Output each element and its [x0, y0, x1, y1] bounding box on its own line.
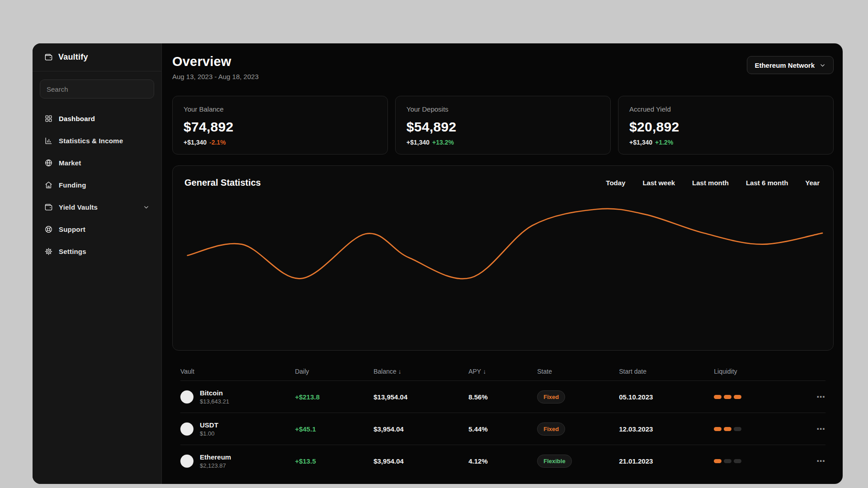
stat-delta: +$1,340+1.2% — [629, 139, 822, 146]
stat-delta-percent: +13.2% — [432, 139, 454, 146]
liquidity-indicator — [714, 395, 806, 399]
row-menu-button[interactable]: ⋯ — [806, 392, 826, 402]
sidebar-item-market[interactable]: Market — [40, 152, 154, 174]
general-statistics-panel: General Statistics Today Last week Last … — [172, 165, 834, 351]
balance-value: $13,954.04 — [373, 393, 468, 401]
sidebar-item-settings[interactable]: Settings — [40, 240, 154, 263]
main-content: Overview Aug 13, 2023 - Aug 18, 2023 Eth… — [162, 43, 843, 484]
stat-cards: Your Balance $74,892 +$1,340-2.1% Your D… — [172, 96, 834, 155]
stat-delta-amount: +$1,340 — [184, 139, 207, 146]
col-apy[interactable]: APY↓ — [468, 368, 537, 375]
balance-value: $3,954.04 — [373, 457, 468, 465]
vault-name: Bitcoin — [200, 389, 229, 397]
daily-change: +$13.5 — [295, 457, 373, 465]
vault-name: USDT — [200, 421, 218, 429]
home-icon — [44, 181, 53, 189]
sidebar: Vaultify Dashboard Statisti — [33, 43, 162, 484]
chart-filter-last-month[interactable]: Last month — [692, 179, 729, 187]
sidebar-item-label: Funding — [59, 181, 86, 189]
table-header-row: Vault Daily Balance↓ APY↓ State Start da… — [180, 362, 826, 381]
panel-title: General Statistics — [184, 178, 261, 188]
daily-change: +$213.8 — [295, 393, 373, 401]
chart-filter-today[interactable]: Today — [606, 179, 625, 187]
brand-name: Vaultify — [58, 52, 88, 62]
network-selector[interactable]: Ethereum Network — [747, 56, 834, 74]
chevron-down-icon — [143, 204, 150, 211]
col-start-date[interactable]: Start date — [619, 368, 714, 375]
sidebar-item-label: Yield Vaults — [59, 203, 98, 211]
row-menu-button[interactable]: ⋯ — [806, 424, 826, 434]
table-row-bitcoin[interactable]: Bitcoin $13,643.21 +$213.8 $13,954.04 8.… — [180, 381, 826, 413]
date-range: Aug 13, 2023 - Aug 18, 2023 — [172, 73, 259, 80]
state-badge: Fixed — [537, 422, 565, 436]
col-liquidity[interactable]: Liquidity — [714, 368, 806, 375]
sidebar-item-label: Support — [59, 225, 85, 233]
row-menu-button[interactable]: ⋯ — [806, 456, 826, 466]
sidebar-item-label: Statistics & Income — [59, 137, 123, 145]
table-row-usdt[interactable]: USDT $1.00 +$45.1 $3,954.04 5.44% Fixed … — [180, 413, 826, 445]
apy-value: 8.56% — [468, 393, 537, 401]
sidebar-item-label: Dashboard — [59, 115, 95, 122]
search-input[interactable] — [40, 80, 154, 99]
vaults-table: Vault Daily Balance↓ APY↓ State Start da… — [172, 362, 834, 477]
stat-value: $20,892 — [629, 119, 822, 135]
sidebar-item-yield-vaults[interactable]: Yield Vaults — [40, 196, 154, 218]
gear-icon — [44, 247, 53, 256]
vault-price: $2,123.87 — [200, 462, 231, 469]
network-selector-label: Ethereum Network — [755, 61, 815, 69]
stat-card-balance: Your Balance $74,892 +$1,340-2.1% — [172, 96, 388, 155]
statistics-line-chart — [173, 194, 833, 343]
sidebar-item-funding[interactable]: Funding — [40, 174, 154, 196]
bar-chart-icon — [44, 136, 53, 145]
stat-value: $74,892 — [184, 119, 377, 135]
sidebar-item-statistics-income[interactable]: Statistics & Income — [40, 130, 154, 152]
state-badge: Flexible — [537, 455, 571, 468]
sidebar-item-label: Settings — [59, 248, 86, 255]
apy-value: 4.12% — [468, 457, 537, 465]
dashboard-grid-icon — [44, 114, 53, 123]
vault-avatar — [180, 422, 193, 436]
apy-value: 5.44% — [468, 425, 537, 433]
wallet-icon — [44, 203, 53, 211]
chart-filter-last-6-month[interactable]: Last 6 month — [746, 179, 788, 187]
start-date: 21.01.2023 — [619, 457, 714, 465]
search-box — [40, 80, 154, 99]
vault-price: $1.00 — [200, 430, 218, 437]
stat-card-deposits: Your Deposits $54,892 +$1,340+13.2% — [395, 96, 611, 155]
stat-delta-percent: +1.2% — [655, 139, 673, 146]
balance-value: $3,954.04 — [373, 425, 468, 433]
col-balance[interactable]: Balance↓ — [373, 368, 468, 375]
stat-label: Your Deposits — [406, 105, 599, 113]
stat-value: $54,892 — [406, 119, 599, 135]
stat-card-accrued-yield: Accrued Yield $20,892 +$1,340+1.2% — [618, 96, 834, 155]
start-date: 12.03.2023 — [619, 425, 714, 433]
chart-range-filters: Today Last week Last month Last 6 month … — [606, 179, 820, 187]
sidebar-item-support[interactable]: Support — [40, 218, 154, 240]
sidebar-item-label: Market — [59, 159, 81, 167]
sidebar-item-dashboard[interactable]: Dashboard — [40, 108, 154, 130]
chart-filter-last-week[interactable]: Last week — [642, 179, 675, 187]
stat-delta-percent: -2.1% — [209, 139, 226, 146]
stat-delta-amount: +$1,340 — [406, 139, 429, 146]
col-vault[interactable]: Vault — [180, 368, 295, 375]
vault-price: $13,643.21 — [200, 398, 229, 405]
page-header: Overview Aug 13, 2023 - Aug 18, 2023 Eth… — [172, 54, 834, 80]
chart-filter-year[interactable]: Year — [805, 179, 820, 187]
state-badge: Fixed — [537, 390, 565, 404]
liquidity-indicator — [714, 459, 806, 463]
sort-down-icon: ↓ — [483, 368, 486, 375]
chevron-down-icon — [819, 62, 826, 69]
page-title: Overview — [172, 54, 259, 69]
stat-label: Your Balance — [184, 105, 377, 113]
vault-avatar — [180, 455, 193, 468]
sidebar-nav: Dashboard Statistics & Income Market — [40, 108, 154, 263]
col-state[interactable]: State — [537, 368, 619, 375]
col-daily[interactable]: Daily — [295, 368, 373, 375]
table-row-ethereum[interactable]: Ethereum $2,123.87 +$13.5 $3,954.04 4.12… — [180, 445, 826, 477]
liquidity-indicator — [714, 427, 806, 431]
life-buoy-icon — [44, 225, 53, 234]
start-date: 05.10.2023 — [619, 393, 714, 401]
stat-delta: +$1,340-2.1% — [184, 139, 377, 146]
stat-delta: +$1,340+13.2% — [406, 139, 599, 146]
vault-name: Ethereum — [200, 453, 231, 461]
